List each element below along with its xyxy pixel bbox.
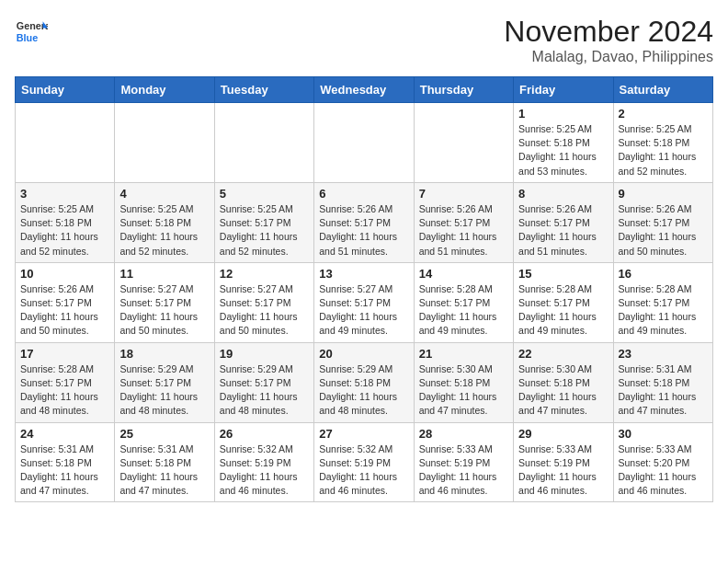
weekday-header-sunday: Sunday — [16, 77, 115, 103]
calendar-cell: 8Sunrise: 5:26 AMSunset: 5:17 PMDaylight… — [514, 182, 613, 262]
calendar-cell: 13Sunrise: 5:27 AMSunset: 5:17 PMDayligh… — [314, 262, 414, 342]
day-number: 5 — [220, 187, 309, 201]
calendar-cell: 5Sunrise: 5:25 AMSunset: 5:17 PMDaylight… — [214, 182, 313, 262]
calendar-cell: 21Sunrise: 5:30 AMSunset: 5:18 PMDayligh… — [414, 342, 513, 422]
calendar-cell: 16Sunrise: 5:28 AMSunset: 5:17 PMDayligh… — [613, 262, 712, 342]
day-info: Sunrise: 5:25 AMSunset: 5:18 PMDaylight:… — [619, 122, 708, 178]
day-info: Sunrise: 5:26 AMSunset: 5:17 PMDaylight:… — [518, 202, 608, 259]
calendar-cell: 17Sunrise: 5:28 AMSunset: 5:17 PMDayligh… — [16, 342, 115, 422]
day-info: Sunrise: 5:26 AMSunset: 5:17 PMDaylight:… — [319, 202, 408, 259]
calendar-cell: 22Sunrise: 5:30 AMSunset: 5:18 PMDayligh… — [514, 342, 613, 422]
weekday-header-thursday: Thursday — [414, 77, 513, 103]
weekday-header-friday: Friday — [514, 77, 613, 103]
calendar-cell: 19Sunrise: 5:29 AMSunset: 5:17 PMDayligh… — [214, 342, 313, 422]
day-number: 13 — [319, 267, 408, 281]
day-info: Sunrise: 5:31 AMSunset: 5:18 PMDaylight:… — [20, 442, 109, 499]
logo: General Blue — [15, 15, 48, 48]
calendar-cell: 20Sunrise: 5:29 AMSunset: 5:18 PMDayligh… — [314, 342, 414, 422]
weekday-header-wednesday: Wednesday — [314, 77, 414, 103]
logo-icon: General Blue — [15, 15, 48, 48]
calendar-cell: 10Sunrise: 5:26 AMSunset: 5:17 PMDayligh… — [16, 262, 115, 342]
day-number: 27 — [319, 427, 408, 441]
calendar-cell — [115, 103, 214, 183]
calendar-cell: 26Sunrise: 5:32 AMSunset: 5:19 PMDayligh… — [214, 422, 313, 502]
calendar-week-row: 17Sunrise: 5:28 AMSunset: 5:17 PMDayligh… — [16, 342, 713, 422]
calendar-cell: 6Sunrise: 5:26 AMSunset: 5:17 PMDaylight… — [314, 182, 414, 262]
day-info: Sunrise: 5:32 AMSunset: 5:19 PMDaylight:… — [319, 442, 408, 499]
calendar-cell — [314, 103, 414, 183]
day-number: 14 — [419, 267, 508, 281]
calendar-cell: 25Sunrise: 5:31 AMSunset: 5:18 PMDayligh… — [115, 422, 214, 502]
day-number: 22 — [518, 347, 608, 361]
calendar-cell: 24Sunrise: 5:31 AMSunset: 5:18 PMDayligh… — [16, 422, 115, 502]
day-number: 10 — [20, 267, 109, 281]
calendar-cell: 30Sunrise: 5:33 AMSunset: 5:20 PMDayligh… — [613, 422, 712, 502]
calendar-cell: 14Sunrise: 5:28 AMSunset: 5:17 PMDayligh… — [414, 262, 513, 342]
calendar-cell: 12Sunrise: 5:27 AMSunset: 5:17 PMDayligh… — [214, 262, 313, 342]
calendar-cell: 3Sunrise: 5:25 AMSunset: 5:18 PMDaylight… — [16, 182, 115, 262]
day-number: 1 — [518, 107, 608, 121]
day-info: Sunrise: 5:25 AMSunset: 5:18 PMDaylight:… — [20, 202, 109, 259]
calendar-cell: 9Sunrise: 5:26 AMSunset: 5:17 PMDaylight… — [613, 182, 712, 262]
weekday-header-row: SundayMondayTuesdayWednesdayThursdayFrid… — [16, 77, 713, 103]
day-number: 7 — [419, 187, 508, 201]
day-info: Sunrise: 5:25 AMSunset: 5:18 PMDaylight:… — [119, 202, 209, 259]
calendar-cell: 1Sunrise: 5:25 AMSunset: 5:18 PMDaylight… — [514, 103, 613, 183]
day-number: 15 — [518, 267, 608, 281]
calendar-cell: 28Sunrise: 5:33 AMSunset: 5:19 PMDayligh… — [414, 422, 513, 502]
day-info: Sunrise: 5:33 AMSunset: 5:19 PMDaylight:… — [518, 442, 608, 499]
day-info: Sunrise: 5:32 AMSunset: 5:19 PMDaylight:… — [220, 442, 309, 499]
day-number: 30 — [619, 427, 708, 441]
day-number: 28 — [419, 427, 508, 441]
calendar-week-row: 24Sunrise: 5:31 AMSunset: 5:18 PMDayligh… — [16, 422, 713, 502]
day-number: 4 — [119, 187, 209, 201]
page-header: General Blue November 2024 Malalag, Dava… — [15, 15, 713, 65]
svg-text:Blue: Blue — [17, 32, 38, 43]
day-info: Sunrise: 5:27 AMSunset: 5:17 PMDaylight:… — [119, 282, 209, 339]
day-info: Sunrise: 5:28 AMSunset: 5:17 PMDaylight:… — [518, 282, 608, 339]
day-number: 3 — [20, 187, 109, 201]
calendar-cell — [214, 103, 313, 183]
day-info: Sunrise: 5:27 AMSunset: 5:17 PMDaylight:… — [319, 282, 408, 339]
day-number: 25 — [119, 427, 209, 441]
calendar-week-row: 10Sunrise: 5:26 AMSunset: 5:17 PMDayligh… — [16, 262, 713, 342]
day-number: 11 — [119, 267, 209, 281]
day-info: Sunrise: 5:27 AMSunset: 5:17 PMDaylight:… — [220, 282, 309, 339]
day-number: 23 — [619, 347, 708, 361]
day-info: Sunrise: 5:29 AMSunset: 5:17 PMDaylight:… — [119, 362, 209, 419]
calendar-cell: 2Sunrise: 5:25 AMSunset: 5:18 PMDaylight… — [613, 103, 712, 183]
day-number: 6 — [319, 187, 408, 201]
calendar-week-row: 3Sunrise: 5:25 AMSunset: 5:18 PMDaylight… — [16, 182, 713, 262]
weekday-header-tuesday: Tuesday — [214, 77, 313, 103]
day-info: Sunrise: 5:25 AMSunset: 5:18 PMDaylight:… — [518, 122, 608, 178]
calendar-table: SundayMondayTuesdayWednesdayThursdayFrid… — [15, 76, 713, 502]
day-info: Sunrise: 5:30 AMSunset: 5:18 PMDaylight:… — [518, 362, 608, 419]
calendar-cell — [414, 103, 513, 183]
day-info: Sunrise: 5:29 AMSunset: 5:18 PMDaylight:… — [319, 362, 408, 419]
calendar-cell: 11Sunrise: 5:27 AMSunset: 5:17 PMDayligh… — [115, 262, 214, 342]
calendar-cell: 15Sunrise: 5:28 AMSunset: 5:17 PMDayligh… — [514, 262, 613, 342]
calendar-cell — [16, 103, 115, 183]
calendar-cell: 23Sunrise: 5:31 AMSunset: 5:18 PMDayligh… — [613, 342, 712, 422]
day-number: 26 — [220, 427, 309, 441]
day-number: 24 — [20, 427, 109, 441]
calendar-cell: 18Sunrise: 5:29 AMSunset: 5:17 PMDayligh… — [115, 342, 214, 422]
day-info: Sunrise: 5:26 AMSunset: 5:17 PMDaylight:… — [419, 202, 508, 259]
day-number: 19 — [220, 347, 309, 361]
day-info: Sunrise: 5:28 AMSunset: 5:17 PMDaylight:… — [20, 362, 109, 419]
day-info: Sunrise: 5:26 AMSunset: 5:17 PMDaylight:… — [619, 202, 708, 259]
calendar-cell: 27Sunrise: 5:32 AMSunset: 5:19 PMDayligh… — [314, 422, 414, 502]
location: Malalag, Davao, Philippines — [504, 49, 713, 65]
day-info: Sunrise: 5:30 AMSunset: 5:18 PMDaylight:… — [419, 362, 508, 419]
calendar-week-row: 1Sunrise: 5:25 AMSunset: 5:18 PMDaylight… — [16, 103, 713, 183]
day-number: 21 — [419, 347, 508, 361]
day-info: Sunrise: 5:25 AMSunset: 5:17 PMDaylight:… — [220, 202, 309, 259]
day-info: Sunrise: 5:31 AMSunset: 5:18 PMDaylight:… — [119, 442, 209, 499]
day-info: Sunrise: 5:33 AMSunset: 5:19 PMDaylight:… — [419, 442, 508, 499]
calendar-cell: 7Sunrise: 5:26 AMSunset: 5:17 PMDaylight… — [414, 182, 513, 262]
calendar-cell: 4Sunrise: 5:25 AMSunset: 5:18 PMDaylight… — [115, 182, 214, 262]
day-info: Sunrise: 5:28 AMSunset: 5:17 PMDaylight:… — [619, 282, 708, 339]
calendar-cell: 29Sunrise: 5:33 AMSunset: 5:19 PMDayligh… — [514, 422, 613, 502]
day-number: 2 — [619, 107, 708, 121]
day-number: 17 — [20, 347, 109, 361]
